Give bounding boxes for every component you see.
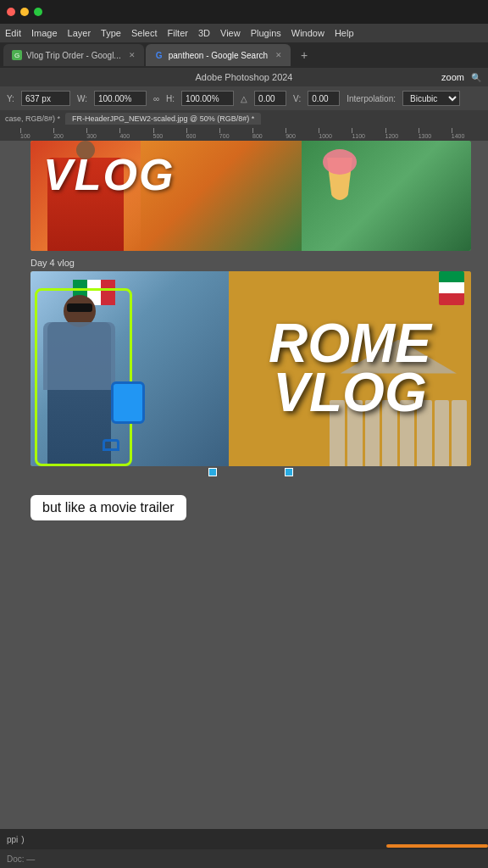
ruler-num: 500 <box>153 133 164 139</box>
rome-line2: VLOG <box>269 369 431 418</box>
ruler-num: 900 <box>286 133 296 139</box>
column <box>452 400 467 466</box>
person-body <box>47 322 111 466</box>
person-sunglasses <box>67 303 92 312</box>
ruler-seg-6: 700 <box>219 128 252 139</box>
status-info: Doc: — <box>7 854 35 864</box>
bracket-label: ) <box>21 835 24 844</box>
menu-type[interactable]: Type <box>101 28 121 38</box>
interpolation-label: Interpolation: <box>347 94 396 103</box>
tab-favicon-2: G <box>154 50 164 60</box>
new-tab-button[interactable]: + <box>296 47 313 64</box>
menu-select[interactable]: Select <box>131 28 158 38</box>
canvas-area[interactable]: 100 200 300 400 <box>0 127 488 829</box>
y-field[interactable] <box>21 91 70 106</box>
ruler-seg-12: 1300 <box>419 128 452 139</box>
ruler-container: 100 200 300 400 <box>0 127 488 141</box>
subtitle-text: but like a movie trailer <box>42 500 175 515</box>
browser-tabs-bar: G Vlog Trip Order - Googl... ✕ G pantheo… <box>0 42 488 68</box>
ruler-seg-7: 800 <box>252 128 286 139</box>
link-icon: ∞ <box>153 94 159 103</box>
scrubber-track[interactable] <box>386 844 488 848</box>
zoom-label: zoom <box>441 72 464 82</box>
menu-3d[interactable]: 3D <box>198 28 210 38</box>
v-field[interactable] <box>308 91 340 106</box>
vlog-day2-section: VLOG DAY 2 <box>30 141 471 251</box>
menu-window[interactable]: Window <box>291 28 324 38</box>
vlog-day2-image: VLOG DAY 2 <box>30 141 471 251</box>
tab-close-1[interactable]: ✕ <box>129 51 136 59</box>
ruler-seg-13: 1400 <box>452 128 485 139</box>
doc-tab-bar: case, RGB/8#) * FR-HeaderJPG_NEW2-scaled… <box>0 110 488 127</box>
ruler-seg-10: 1100 <box>352 128 385 139</box>
ruler-num: 1300 <box>419 133 432 139</box>
tab-label-2: pantheon - Google Search <box>169 51 268 60</box>
rome-vlog-title: ROME VLOG <box>269 320 431 417</box>
ruler-seg-1: 200 <box>53 128 86 139</box>
close-button[interactable] <box>7 8 15 16</box>
day2-right-area <box>302 141 471 251</box>
menu-help[interactable]: Help <box>335 28 354 38</box>
maximize-button[interactable] <box>34 8 42 16</box>
tab-label-1: Vlog Trip Order - Googl... <box>26 51 121 60</box>
menu-bar: Edit Image Layer Type Select Filter 3D V… <box>0 24 488 42</box>
doc-tab-main[interactable]: FR-HeaderJPG_NEW2-scaled.jpg @ 50% (RGB/… <box>65 113 261 125</box>
ps-title-right: zoom 🔍 <box>441 72 481 82</box>
v-label: V: <box>293 94 301 103</box>
ruler-num: 400 <box>119 133 130 139</box>
ruler-num: 600 <box>186 133 197 139</box>
w-label: W: <box>77 94 87 103</box>
selection-handles-row <box>30 468 471 476</box>
ruler-horizontal: 100 200 300 400 <box>17 127 488 141</box>
y-label: Y: <box>7 94 14 103</box>
menu-layer[interactable]: Layer <box>68 28 92 38</box>
luggage-icon <box>111 381 145 424</box>
status-bar: Doc: — <box>0 849 488 868</box>
rome-vlog-section: ROME VLOG <box>30 271 471 476</box>
ruler-seg-9: 1000 <box>319 128 352 139</box>
menu-filter[interactable]: Filter <box>168 28 188 38</box>
tab-favicon-1: G <box>12 50 22 60</box>
ruler-num: 1100 <box>352 133 365 139</box>
luggage-handle <box>103 439 119 451</box>
menu-plugins[interactable]: Plugins <box>251 28 281 38</box>
jacket <box>43 322 115 390</box>
app-window: Edit Image Layer Type Select Filter 3D V… <box>0 0 488 868</box>
menu-view[interactable]: View <box>220 28 241 38</box>
sel-handle-left <box>208 468 217 476</box>
doc-tab-case[interactable]: case, RGB/8#) * <box>5 114 60 123</box>
angle-field[interactable] <box>254 91 286 106</box>
ppi-label: ppi <box>7 835 18 844</box>
minimize-button[interactable] <box>20 8 29 16</box>
column <box>435 400 450 466</box>
sel-handle-right <box>285 468 293 476</box>
scrubber-controls: ppi ) <box>0 835 31 844</box>
w-field[interactable] <box>94 91 147 106</box>
menu-edit[interactable]: Edit <box>5 28 21 38</box>
ruler-ticks: 100 200 300 400 <box>17 128 488 139</box>
ruler-seg-3: 400 <box>119 128 152 139</box>
subtitle-bubble: but like a movie trailer <box>30 495 186 520</box>
icecream-scoop <box>323 149 357 175</box>
options-bar: Y: W: ∞ H: △ V: Interpolation: Bicubic <box>0 86 488 110</box>
h-label: H: <box>166 94 175 103</box>
ps-app-title: Adobe Photoshop 2024 <box>196 72 293 82</box>
ruler-corner <box>0 127 17 141</box>
tab-close-2[interactable]: ✕ <box>275 51 282 59</box>
h-field[interactable] <box>181 91 234 106</box>
browser-tab-1[interactable]: G Vlog Trip Order - Googl... ✕ <box>3 44 144 66</box>
ruler-seg-8: 900 <box>286 128 319 139</box>
browser-tab-2[interactable]: G pantheon - Google Search ✕ <box>146 44 291 66</box>
timeline-scrubber[interactable]: ppi ) <box>0 829 488 849</box>
menu-image[interactable]: Image <box>31 28 58 38</box>
ruler-seg-4: 500 <box>153 128 186 139</box>
interpolation-select[interactable]: Bicubic <box>402 91 460 106</box>
flag-red <box>101 280 115 305</box>
ruler-seg-5: 600 <box>186 128 219 139</box>
subtitle-area: but like a movie trailer <box>14 485 474 527</box>
ruler-seg-11: 1200 <box>385 128 419 139</box>
ruler-num: 1000 <box>319 133 332 139</box>
rome-vlog-image: ROME VLOG <box>30 271 471 466</box>
day4-label: Day 4 vlog <box>30 258 471 268</box>
ruler-seg-0: 100 <box>20 128 53 139</box>
